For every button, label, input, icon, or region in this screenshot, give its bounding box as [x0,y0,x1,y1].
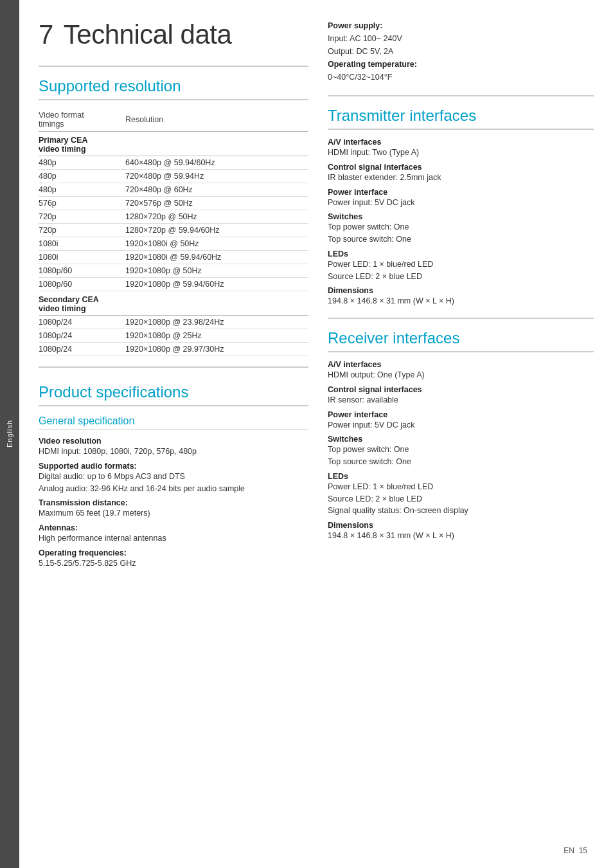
tx-av-value: HDMI input: Two (Type A) [328,147,594,159]
tx-dimensions-block: Dimensions 194.8 × 146.8 × 31 mm (W × L … [328,286,594,307]
tx-switches-value: Top power switch: OneTop source switch: … [328,221,594,246]
rx-leds-block: LEDs Power LED: 1 × blue/red LEDSource L… [328,472,594,517]
table-row: 1080i1920×1080i @ 50Hz [39,237,308,251]
supported-resolution-title: Supported resolution [39,77,308,100]
power-supply-label: Power supply: [328,21,382,30]
rx-dimensions-value: 194.8 × 146.8 × 31 mm (W × L × H) [328,530,594,542]
main-content: 7Technical data Supported resolution Vid… [19,0,613,868]
cell-resolution: 720×480p @ 60Hz [125,183,308,197]
right-column: Power supply: Input: AC 100~ 240V Output… [328,19,594,849]
rx-power-label: Power interface [328,410,594,419]
operating-temp-label: Operating temperature: [328,60,417,69]
rx-dimensions-block: Dimensions 194.8 × 146.8 × 31 mm (W × L … [328,521,594,542]
tx-power-label: Power interface [328,188,594,197]
rx-leds-value: Power LED: 1 × blue/red LEDSource LED: 2… [328,481,594,517]
table-row: 1080p/241920×1080p @ 29.97/30Hz [39,343,308,356]
tx-leds-label: LEDs [328,249,594,258]
page-title: 7Technical data [39,19,308,50]
audio-formats-value: Digital audio: up to 6 Mbps AC3 and DTSA… [39,471,308,495]
table-header-row: Video formattimings Resolution [39,108,308,132]
tx-power-value: Power input: 5V DC jack [328,197,594,209]
resolution-table: Video formattimings Resolution Primary C… [39,108,308,356]
tx-control-value: IR blaster extender: 2.5mm jack [328,172,594,184]
cell-resolution: 1920×1080i @ 59.94/60Hz [125,251,308,264]
tx-control-label: Control signal interfaces [328,163,594,172]
rx-switches-value: Top power switch: OneTop source switch: … [328,444,594,468]
transmission-value: Maximum 65 feet (19.7 meters) [39,507,308,520]
tx-switches-block: Switches Top power switch: OneTop source… [328,212,594,246]
frequencies-block: Operating frequencies: 5.15-5.25/5.725-5… [39,548,308,570]
secondary-cea-header: Secondary CEAvideo timing [39,291,308,316]
rx-control-block: Control signal interfaces IR sensor: ava… [328,385,594,406]
cell-format: 1080i [39,237,125,251]
tx-dimensions-label: Dimensions [328,286,594,295]
spec-divider [39,366,308,368]
table-row: 480p720×480p @ 60Hz [39,183,308,197]
rx-leds-label: LEDs [328,472,594,481]
page-number: 15 [579,846,587,855]
transmitter-divider [328,95,594,96]
cell-resolution: 1280×720p @ 59.94/60Hz [125,224,308,237]
sidebar-label: English [6,420,13,448]
table-row: 1080p/241920×1080p @ 25Hz [39,329,308,343]
cell-resolution: 720×480p @ 59.94Hz [125,170,308,183]
table-row: 480p640×480p @ 59.94/60Hz [39,156,308,170]
receiver-divider [328,318,594,319]
primary-cea-header: Primary CEAvideo timing [39,132,308,156]
left-column: 7Technical data Supported resolution Vid… [39,19,308,849]
power-supply-block: Power supply: Input: AC 100~ 240V Output… [328,19,594,84]
table-row: 480p720×480p @ 59.94Hz [39,170,308,183]
table-row: 720p1280×720p @ 50Hz [39,210,308,224]
receiver-title: Receiver interfaces [328,329,594,352]
transmitter-title: Transmitter interfaces [328,107,594,130]
cell-format: 720p [39,210,125,224]
rx-av-label: A/V interfaces [328,360,594,369]
cell-format: 1080p/24 [39,316,125,329]
cell-resolution: 1920×1080p @ 50Hz [125,264,308,278]
cell-resolution: 640×480p @ 59.94/60Hz [125,156,308,170]
rx-switches-label: Switches [328,435,594,444]
table-row: 1080p/601920×1080p @ 50Hz [39,264,308,278]
antennas-value: High performance internal antennas [39,532,308,545]
cell-format: 1080p/60 [39,278,125,291]
tx-dimensions-value: 194.8 × 146.8 × 31 mm (W × L × H) [328,295,594,307]
tx-leds-block: LEDs Power LED: 1 × blue/red LEDSource L… [328,249,594,283]
audio-formats-label: Supported audio formats: [39,462,308,471]
secondary-cea-label: Secondary CEAvideo timing [39,291,308,316]
cell-format: 480p [39,183,125,197]
primary-cea-label: Primary CEAvideo timing [39,132,308,156]
table-row: 1080p/241920×1080p @ 23.98/24Hz [39,316,308,329]
table-row: 1080p/601920×1080p @ 59.94/60Hz [39,278,308,291]
audio-formats-block: Supported audio formats: Digital audio: … [39,462,308,495]
cell-resolution: 720×576p @ 50Hz [125,197,308,210]
operating-temp-value: 0~40°C/32~104°F [328,73,392,82]
video-resolution-value: HDMI input: 1080p, 1080i, 720p, 576p, 48… [39,446,308,458]
cell-format: 1080i [39,251,125,264]
cell-format: 576p [39,197,125,210]
table-row: 720p1280×720p @ 59.94/60Hz [39,224,308,237]
rx-switches-block: Switches Top power switch: OneTop source… [328,435,594,468]
rx-control-label: Control signal interfaces [328,385,594,394]
video-resolution-block: Video resolution HDMI input: 1080p, 1080… [39,437,308,458]
chapter-number: 7 [39,19,53,50]
rx-power-block: Power interface Power input: 5V DC jack [328,410,594,431]
table-row: 576p720×576p @ 50Hz [39,197,308,210]
power-supply-input: Input: AC 100~ 240V [328,34,402,43]
chapter-title: Technical data [64,19,232,50]
tx-switches-label: Switches [328,212,594,221]
cell-format: 480p [39,156,125,170]
cell-resolution: 1920×1080p @ 23.98/24Hz [125,316,308,329]
antennas-label: Antennas: [39,523,308,532]
frequencies-label: Operating frequencies: [39,548,308,557]
tx-control-block: Control signal interfaces IR blaster ext… [328,163,594,184]
tx-av-label: A/V interfaces [328,138,594,147]
table-row: 1080i1920×1080i @ 59.94/60Hz [39,251,308,264]
product-spec-title: Product specifications [39,383,308,406]
cell-resolution: 1280×720p @ 50Hz [125,210,308,224]
cell-resolution: 1920×1080i @ 50Hz [125,237,308,251]
rx-av-value: HDMI output: One (Type A) [328,369,594,381]
page-footer: EN 15 [564,846,587,855]
rx-control-value: IR sensor: available [328,394,594,406]
cell-resolution: 1920×1080p @ 59.94/60Hz [125,278,308,291]
page-footer-text: EN 15 [564,846,587,855]
